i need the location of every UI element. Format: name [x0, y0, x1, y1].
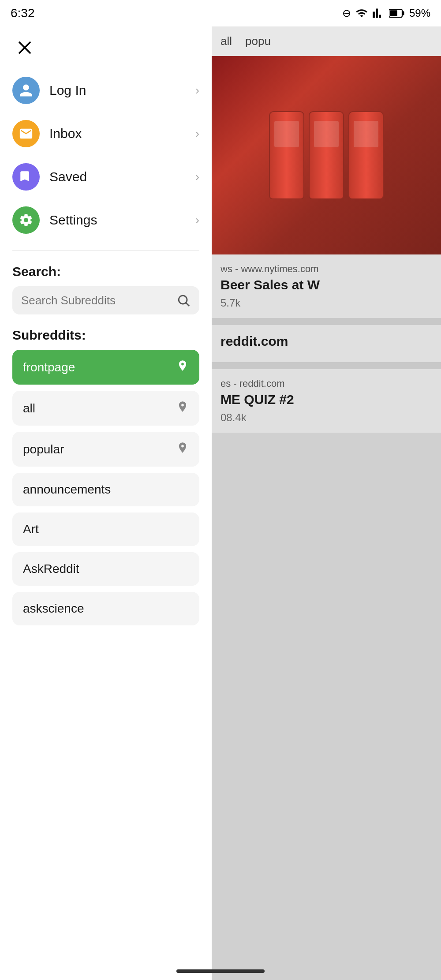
subreddits-section: Subreddits: frontpage all [0, 319, 212, 971]
battery-icon [389, 7, 405, 19]
reddit-link-area: reddit.com [212, 325, 441, 362]
pin-icon-popular [176, 441, 189, 457]
subreddit-name-frontpage: frontpage [23, 360, 176, 374]
saved-chevron: › [195, 170, 199, 184]
content-area: all popu ws - www.nytimes.com Beer Sales… [212, 26, 441, 980]
mail-icon [19, 126, 34, 141]
login-chevron: › [195, 83, 199, 97]
menu-item-saved[interactable]: Saved › [0, 155, 212, 198]
subreddit-item-askreddit[interactable]: AskReddit [12, 552, 199, 586]
inbox-label: Inbox [49, 126, 195, 141]
svg-rect-1 [402, 11, 404, 15]
search-section: Search: [0, 255, 212, 319]
search-label: Search: [12, 264, 199, 279]
subreddit-item-frontpage[interactable]: frontpage [12, 350, 199, 385]
settings-label: Settings [49, 213, 195, 228]
menu-items: Log In › Inbox › S [0, 64, 212, 246]
tab-popular[interactable]: popu [245, 34, 271, 48]
svg-rect-2 [390, 10, 397, 16]
beer-can-3 [348, 111, 384, 199]
login-label: Log In [49, 83, 195, 98]
gear-icon [19, 213, 34, 228]
status-icons: ⊖ 59% [342, 7, 430, 19]
article2-source: es - reddit.com [220, 378, 432, 389]
subreddit-name-art: Art [23, 522, 189, 536]
close-button[interactable] [12, 35, 37, 60]
beer-can-1 [269, 111, 304, 199]
saved-label: Saved [49, 169, 195, 184]
article1-votes: 5.7k [220, 297, 432, 309]
content-divider2 [212, 362, 441, 369]
inbox-chevron: › [195, 127, 199, 141]
beer-can-2 [309, 111, 344, 199]
subreddit-item-art[interactable]: Art [12, 512, 199, 546]
subreddit-name-askreddit: AskReddit [23, 562, 189, 576]
pin-icon [176, 441, 189, 454]
article1-source: ws - www.nytimes.com [220, 263, 432, 275]
subreddit-item-announcements[interactable]: announcements [12, 473, 199, 506]
pin-icon-all [176, 400, 189, 416]
article2-votes: 08.4k [220, 411, 432, 424]
article1-title[interactable]: Beer Sales at W [220, 277, 432, 292]
search-button[interactable] [176, 293, 191, 307]
bookmark-icon [19, 169, 34, 184]
tab-all[interactable]: all [220, 34, 232, 48]
menu-item-settings[interactable]: Settings › [0, 198, 212, 242]
search-icon [176, 293, 191, 307]
settings-icon-circle [12, 206, 40, 234]
search-input-container [12, 286, 199, 314]
pin-icon [176, 359, 189, 372]
status-time: 6:32 [11, 6, 35, 20]
battery-percentage: 59% [409, 7, 430, 19]
sidebar: Log In › Inbox › S [0, 26, 212, 980]
saved-icon-circle [12, 163, 40, 191]
article-image [212, 56, 441, 254]
subreddit-name-announcements: announcements [23, 483, 189, 497]
subreddit-name-all: all [23, 401, 176, 415]
inbox-icon-circle [12, 120, 40, 147]
beer-cans-visual [212, 56, 441, 254]
can-group [269, 111, 384, 199]
article2-title[interactable]: ME QUIZ #2 [220, 392, 432, 407]
settings-chevron: › [195, 213, 199, 227]
wifi-icon [355, 7, 368, 19]
svg-point-5 [179, 295, 187, 304]
subreddit-item-all[interactable]: all [12, 391, 199, 426]
subreddits-label: Subreddits: [12, 328, 199, 343]
signal-icon [372, 7, 385, 19]
sidebar-header [0, 26, 212, 64]
content-divider1 [212, 318, 441, 325]
status-bar: 6:32 ⊖ 59% [0, 0, 441, 26]
login-icon-circle [12, 77, 40, 104]
article1-text-area: ws - www.nytimes.com Beer Sales at W 5.7… [212, 254, 441, 318]
subreddit-item-askscience[interactable]: askscience [12, 592, 199, 625]
pin-icon [176, 400, 189, 413]
svg-line-6 [186, 303, 189, 306]
search-input[interactable] [21, 294, 176, 307]
article2-text-area: es - reddit.com ME QUIZ #2 08.4k [212, 369, 441, 433]
subreddit-item-popular[interactable]: popular [12, 432, 199, 467]
bottom-nav-indicator [176, 969, 265, 973]
content-tabs: all popu [212, 26, 441, 56]
menu-item-login[interactable]: Log In › [0, 69, 212, 112]
person-icon [19, 83, 34, 98]
subreddit-name-popular: popular [23, 442, 176, 456]
dnd-icon: ⊖ [342, 7, 351, 19]
subreddit-name-askscience: askscience [23, 602, 189, 616]
reddit-link[interactable]: reddit.com [220, 334, 432, 349]
pin-icon-frontpage [176, 359, 189, 375]
menu-divider [12, 251, 199, 251]
menu-item-inbox[interactable]: Inbox › [0, 112, 212, 155]
main-container: Log In › Inbox › S [0, 26, 441, 980]
